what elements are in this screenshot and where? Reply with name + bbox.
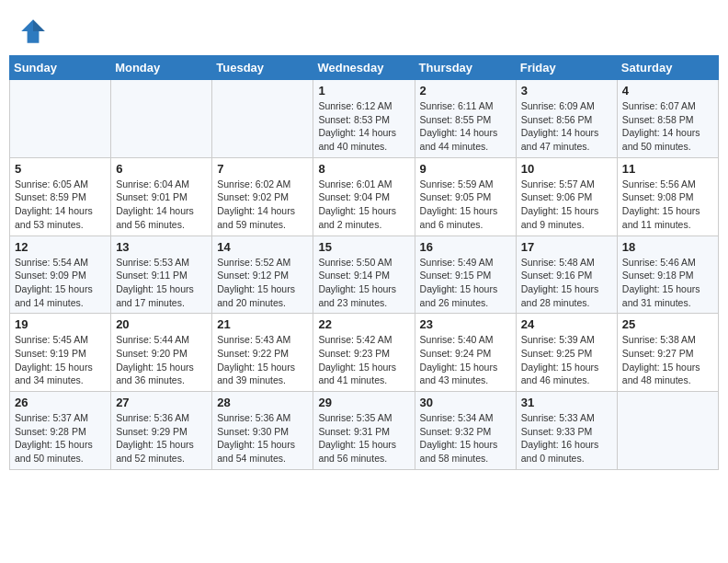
day-info: Sunrise: 5:40 AM Sunset: 9:24 PM Dayligh… xyxy=(420,333,511,387)
day-number: 20 xyxy=(116,317,207,331)
calendar-day-cell: 30Sunrise: 5:34 AM Sunset: 9:32 PM Dayli… xyxy=(415,392,516,470)
calendar-day-cell: 19Sunrise: 5:45 AM Sunset: 9:19 PM Dayli… xyxy=(10,314,111,392)
calendar-day-cell: 20Sunrise: 5:44 AM Sunset: 9:20 PM Dayli… xyxy=(111,314,212,392)
calendar-day-cell: 12Sunrise: 5:54 AM Sunset: 9:09 PM Dayli… xyxy=(10,236,111,314)
day-info: Sunrise: 6:01 AM Sunset: 9:04 PM Dayligh… xyxy=(318,178,409,232)
calendar-day-cell: 6Sunrise: 6:04 AM Sunset: 9:01 PM Daylig… xyxy=(111,157,212,236)
day-info: Sunrise: 5:57 AM Sunset: 9:06 PM Dayligh… xyxy=(521,178,612,232)
calendar-day-cell: 25Sunrise: 5:38 AM Sunset: 9:27 PM Dayli… xyxy=(617,314,718,392)
calendar-week-row: 5Sunrise: 6:05 AM Sunset: 8:59 PM Daylig… xyxy=(10,157,719,236)
day-info: Sunrise: 6:09 AM Sunset: 8:56 PM Dayligh… xyxy=(521,99,612,154)
day-number: 9 xyxy=(420,162,511,176)
calendar-day-cell: 7Sunrise: 6:02 AM Sunset: 9:02 PM Daylig… xyxy=(212,157,313,236)
calendar-day-cell: 22Sunrise: 5:42 AM Sunset: 9:23 PM Dayli… xyxy=(313,314,415,392)
page-header xyxy=(9,9,719,52)
calendar-day-cell xyxy=(111,80,212,158)
day-number: 2 xyxy=(420,84,511,98)
calendar-day-cell: 23Sunrise: 5:40 AM Sunset: 9:24 PM Dayli… xyxy=(415,314,516,392)
calendar-day-cell: 24Sunrise: 5:39 AM Sunset: 9:25 PM Dayli… xyxy=(516,314,617,392)
calendar-week-row: 1Sunrise: 6:12 AM Sunset: 8:53 PM Daylig… xyxy=(10,80,719,158)
calendar-day-cell xyxy=(10,80,111,158)
day-info: Sunrise: 5:49 AM Sunset: 9:15 PM Dayligh… xyxy=(420,256,511,310)
calendar-day-cell: 2Sunrise: 6:11 AM Sunset: 8:55 PM Daylig… xyxy=(415,80,516,158)
calendar-day-cell xyxy=(617,392,718,470)
day-number: 23 xyxy=(420,317,511,331)
day-info: Sunrise: 5:56 AM Sunset: 9:08 PM Dayligh… xyxy=(622,178,713,232)
calendar-week-row: 19Sunrise: 5:45 AM Sunset: 9:19 PM Dayli… xyxy=(10,314,719,392)
calendar-day-cell: 29Sunrise: 5:35 AM Sunset: 9:31 PM Dayli… xyxy=(313,392,415,470)
day-number: 17 xyxy=(521,240,612,254)
day-number: 15 xyxy=(318,240,409,254)
day-info: Sunrise: 6:04 AM Sunset: 9:01 PM Dayligh… xyxy=(116,178,207,232)
day-number: 18 xyxy=(622,240,713,254)
day-info: Sunrise: 5:42 AM Sunset: 9:23 PM Dayligh… xyxy=(318,333,409,387)
weekday-header-cell: Friday xyxy=(516,56,617,80)
day-number: 1 xyxy=(318,84,409,98)
day-info: Sunrise: 5:33 AM Sunset: 9:33 PM Dayligh… xyxy=(521,411,612,465)
day-number: 22 xyxy=(318,317,409,331)
day-info: Sunrise: 6:07 AM Sunset: 8:58 PM Dayligh… xyxy=(622,99,713,154)
day-number: 12 xyxy=(15,240,106,254)
day-info: Sunrise: 5:39 AM Sunset: 9:25 PM Dayligh… xyxy=(521,333,612,387)
calendar-day-cell: 16Sunrise: 5:49 AM Sunset: 9:15 PM Dayli… xyxy=(415,236,516,314)
calendar-day-cell: 10Sunrise: 5:57 AM Sunset: 9:06 PM Dayli… xyxy=(516,157,617,236)
day-info: Sunrise: 5:48 AM Sunset: 9:16 PM Dayligh… xyxy=(521,256,612,310)
calendar-week-row: 26Sunrise: 5:37 AM Sunset: 9:28 PM Dayli… xyxy=(10,392,719,470)
day-number: 6 xyxy=(116,162,207,176)
logo-icon xyxy=(18,17,48,46)
day-info: Sunrise: 5:36 AM Sunset: 9:30 PM Dayligh… xyxy=(217,411,308,465)
weekday-header-row: SundayMondayTuesdayWednesdayThursdayFrid… xyxy=(10,56,719,80)
calendar-table: SundayMondayTuesdayWednesdayThursdayFrid… xyxy=(9,55,719,470)
day-number: 25 xyxy=(622,317,713,331)
day-number: 30 xyxy=(420,396,511,409)
calendar-body: 1Sunrise: 6:12 AM Sunset: 8:53 PM Daylig… xyxy=(10,80,719,470)
day-number: 14 xyxy=(217,240,308,254)
day-info: Sunrise: 5:54 AM Sunset: 9:09 PM Dayligh… xyxy=(15,256,106,310)
day-info: Sunrise: 5:37 AM Sunset: 9:28 PM Dayligh… xyxy=(15,411,106,465)
day-number: 5 xyxy=(15,162,106,176)
day-number: 8 xyxy=(318,162,409,176)
calendar-day-cell: 3Sunrise: 6:09 AM Sunset: 8:56 PM Daylig… xyxy=(516,80,617,158)
day-number: 10 xyxy=(521,162,612,176)
day-info: Sunrise: 5:52 AM Sunset: 9:12 PM Dayligh… xyxy=(217,256,308,310)
calendar-day-cell: 21Sunrise: 5:43 AM Sunset: 9:22 PM Dayli… xyxy=(212,314,313,392)
calendar-day-cell: 14Sunrise: 5:52 AM Sunset: 9:12 PM Dayli… xyxy=(212,236,313,314)
weekday-header-cell: Thursday xyxy=(415,56,516,80)
logo xyxy=(18,17,50,46)
day-number: 29 xyxy=(318,396,409,409)
calendar-day-cell: 18Sunrise: 5:46 AM Sunset: 9:18 PM Dayli… xyxy=(617,236,718,314)
day-info: Sunrise: 5:34 AM Sunset: 9:32 PM Dayligh… xyxy=(420,411,511,465)
calendar-day-cell: 31Sunrise: 5:33 AM Sunset: 9:33 PM Dayli… xyxy=(516,392,617,470)
day-info: Sunrise: 5:59 AM Sunset: 9:05 PM Dayligh… xyxy=(420,178,511,232)
day-info: Sunrise: 5:35 AM Sunset: 9:31 PM Dayligh… xyxy=(318,411,409,465)
day-info: Sunrise: 6:02 AM Sunset: 9:02 PM Dayligh… xyxy=(217,178,308,232)
calendar-week-row: 12Sunrise: 5:54 AM Sunset: 9:09 PM Dayli… xyxy=(10,236,719,314)
day-number: 28 xyxy=(217,396,308,409)
day-info: Sunrise: 6:11 AM Sunset: 8:55 PM Dayligh… xyxy=(420,99,511,154)
day-number: 21 xyxy=(217,317,308,331)
calendar-day-cell: 9Sunrise: 5:59 AM Sunset: 9:05 PM Daylig… xyxy=(415,157,516,236)
calendar-day-cell: 15Sunrise: 5:50 AM Sunset: 9:14 PM Dayli… xyxy=(313,236,415,314)
weekday-header-cell: Tuesday xyxy=(212,56,313,80)
day-number: 3 xyxy=(521,84,612,98)
day-info: Sunrise: 6:12 AM Sunset: 8:53 PM Dayligh… xyxy=(318,99,409,154)
day-info: Sunrise: 5:36 AM Sunset: 9:29 PM Dayligh… xyxy=(116,411,207,465)
day-number: 24 xyxy=(521,317,612,331)
day-number: 13 xyxy=(116,240,207,254)
day-info: Sunrise: 5:50 AM Sunset: 9:14 PM Dayligh… xyxy=(318,256,409,310)
day-info: Sunrise: 5:45 AM Sunset: 9:19 PM Dayligh… xyxy=(15,333,106,387)
day-info: Sunrise: 5:44 AM Sunset: 9:20 PM Dayligh… xyxy=(116,333,207,387)
day-info: Sunrise: 5:38 AM Sunset: 9:27 PM Dayligh… xyxy=(622,333,713,387)
calendar-day-cell: 4Sunrise: 6:07 AM Sunset: 8:58 PM Daylig… xyxy=(617,80,718,158)
day-number: 11 xyxy=(622,162,713,176)
svg-marker-1 xyxy=(33,19,45,31)
calendar-day-cell: 17Sunrise: 5:48 AM Sunset: 9:16 PM Dayli… xyxy=(516,236,617,314)
calendar-day-cell: 13Sunrise: 5:53 AM Sunset: 9:11 PM Dayli… xyxy=(111,236,212,314)
calendar-day-cell xyxy=(212,80,313,158)
day-number: 27 xyxy=(116,396,207,409)
calendar-day-cell: 26Sunrise: 5:37 AM Sunset: 9:28 PM Dayli… xyxy=(10,392,111,470)
calendar-day-cell: 28Sunrise: 5:36 AM Sunset: 9:30 PM Dayli… xyxy=(212,392,313,470)
weekday-header-cell: Wednesday xyxy=(313,56,415,80)
day-number: 19 xyxy=(15,317,106,331)
day-info: Sunrise: 6:05 AM Sunset: 8:59 PM Dayligh… xyxy=(15,178,106,232)
